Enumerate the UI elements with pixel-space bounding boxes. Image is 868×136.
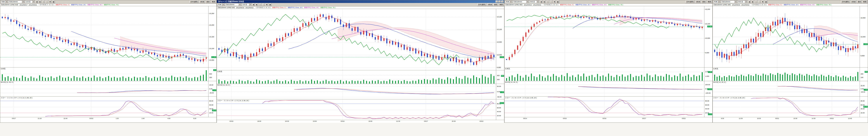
stochastic-pane-canvas[interactable]: 80.0060.0040.0020.00 <box>217 99 504 120</box>
macd-pane-canvas[interactable]: 25.000.00-25.00 <box>0 81 216 97</box>
combo-interval[interactable]: 12分足▼ <box>25 1 35 3</box>
chart-window-4: 先物▼日経225mini▼60分足▼◀▶＋－✚▦日中(通常)4本値保存検索 日経… <box>713 0 868 123</box>
toolbar-button-2[interactable]: 保存 <box>857 1 862 3</box>
toolbar-button-1[interactable]: 4本値 <box>487 3 493 6</box>
grid-icon[interactable]: ▦ <box>269 3 272 6</box>
combo-interval[interactable]: 60分足▼ <box>738 1 747 3</box>
time-axis-label: 20:30 <box>283 121 291 122</box>
macd-pane-canvas[interactable]: 50.000.00-50.00 <box>217 84 504 99</box>
zoom-in-icon[interactable]: ＋ <box>546 1 549 3</box>
volume-pane-canvas[interactable]: 600300 <box>217 70 504 84</box>
axis-tick-label: 300 <box>497 79 500 81</box>
zoom-in-icon[interactable]: ＋ <box>259 3 261 6</box>
toolbar-button-2[interactable]: 保存 <box>493 3 498 6</box>
axis-tick-label: 10,200 <box>705 8 710 10</box>
chevron-down-icon: ▼ <box>222 3 224 6</box>
macd-pane-canvas[interactable]: 100.000.00-100.00 <box>504 81 712 97</box>
main-chart-pane: 10,25010,20010,15010,10010,05010,060 <box>0 6 216 67</box>
instrument-label: 日経225mini 12/06( 618) <box>1 4 18 6</box>
crosshair-icon[interactable]: ✚ <box>761 1 764 3</box>
time-axis-label: 21:30 <box>394 121 402 122</box>
scroll-right-icon[interactable]: ▶ <box>751 1 754 3</box>
chart-toolbar: 先物▼日経225mini▼12分足▼◀▶＋－✚▦日中(通常)4本値保存検索 <box>217 3 504 6</box>
toolbar-button-2[interactable]: 保存 <box>206 1 211 3</box>
grid-icon[interactable]: ▦ <box>765 1 767 3</box>
scroll-left-icon[interactable]: ◀ <box>252 3 255 6</box>
scroll-right-icon[interactable]: ▶ <box>543 1 546 3</box>
axis-tick-label: 10,100 <box>497 29 502 30</box>
scroll-left-icon[interactable]: ◀ <box>35 1 38 3</box>
chevron-down-icon: ▼ <box>718 1 720 3</box>
scroll-left-icon[interactable]: ◀ <box>748 1 751 3</box>
last-value-badge: 22.40 <box>708 114 712 115</box>
axis-tick-label: 500 <box>209 73 212 75</box>
combo-value: 日経225mini <box>513 1 522 3</box>
axis-tick-label: 60.00 <box>497 107 501 109</box>
main-chart-pane-canvas[interactable]: 10,05010,0009,950 <box>713 6 868 67</box>
window-titlebar[interactable]: 【チャート】日経225mini 12分足 − □ × <box>217 0 504 3</box>
main-chart-pane-canvas[interactable]: 10,15010,10010,05010,0009,950 <box>217 9 504 70</box>
scroll-left-icon[interactable]: ◀ <box>540 1 542 3</box>
toolbar-button-2[interactable]: 保存 <box>702 1 706 3</box>
axis-tick-label: 25.00 <box>861 85 865 87</box>
volume-pane-canvas[interactable]: 200100 <box>713 67 868 81</box>
grid-icon[interactable]: ▦ <box>556 1 559 3</box>
maximize-button[interactable]: □ <box>498 1 501 3</box>
zoom-out-icon[interactable]: － <box>758 1 761 3</box>
toolbar-button-0[interactable]: 日中(通常) <box>477 3 487 6</box>
toolbar-button-0[interactable]: 日中(通常) <box>190 1 199 3</box>
macd-pane-canvas[interactable]: 25.000.00-25.00 <box>713 81 868 97</box>
toolbar-button-3[interactable]: 検索 <box>862 1 867 3</box>
time-axis-label: 03/22 <box>680 118 688 119</box>
toolbar-button-1[interactable]: 4本値 <box>850 1 857 3</box>
stochastic-pane-canvas[interactable]: 80.0060.0040.0020.00 <box>504 97 712 117</box>
main-chart-pane: 10,05010,0009,9509,980 <box>713 6 868 67</box>
combo-interval[interactable]: 12分足▼ <box>242 3 251 6</box>
axis-tick-label: 200 <box>861 73 863 75</box>
zoom-out-icon[interactable]: － <box>550 1 553 3</box>
combo-market[interactable]: 先物▼ <box>217 3 224 6</box>
close-button[interactable]: × <box>501 1 504 3</box>
toolbar-button-0[interactable]: 日中(通常) <box>685 1 694 3</box>
zoom-in-icon[interactable]: ＋ <box>754 1 757 3</box>
combo-interval[interactable]: 30分足▼ <box>529 1 539 3</box>
crosshair-icon[interactable]: ✚ <box>553 1 556 3</box>
combo-market[interactable]: 先物▼ <box>505 1 512 3</box>
toolbar-button-3[interactable]: 検索 <box>211 1 216 3</box>
combo-symbol[interactable]: 日経225mini▼ <box>8 1 25 3</box>
crosshair-icon[interactable]: ✚ <box>266 3 268 6</box>
combo-symbol[interactable]: 日経225mini▼ <box>225 3 241 6</box>
toolbar-button-3[interactable]: 検索 <box>707 1 712 3</box>
combo-market[interactable]: 先物▼ <box>1 1 8 3</box>
volume-pane-canvas[interactable]: 2,0001,000 <box>504 67 712 81</box>
zoom-in-icon[interactable]: ＋ <box>42 1 45 3</box>
main-chart-pane-canvas[interactable]: 10,25010,20010,15010,10010,050 <box>0 6 216 67</box>
volume-pane-canvas[interactable]: 500250 <box>0 67 216 81</box>
stochastic-pane: 80.0060.0040.0020.00スロー・ストキャスティクス( 14, 3… <box>217 99 504 120</box>
zoom-out-icon[interactable]: － <box>262 3 265 6</box>
axis-tick-label: 20.00 <box>861 112 865 114</box>
crosshair-icon[interactable]: ✚ <box>49 1 52 3</box>
scroll-right-icon[interactable]: ▶ <box>39 1 41 3</box>
grid-icon[interactable]: ▦ <box>52 1 55 3</box>
combo-symbol[interactable]: 日経225mini▼ <box>513 1 529 3</box>
stochastic-pane-canvas[interactable]: 80.0060.0040.0020.00 <box>713 97 868 117</box>
time-axis-label: 03/16 <box>339 121 346 122</box>
combo-market[interactable]: 先物▼ <box>713 1 720 3</box>
time-axis-label: 03/15 <box>227 121 235 122</box>
zoom-out-icon[interactable]: － <box>45 1 48 3</box>
main-chart-pane-canvas[interactable]: 10,20010,10010,0009,900 <box>504 6 712 67</box>
axis-tick-label: 10,250 <box>209 13 214 14</box>
stochastic-pane-canvas[interactable]: 80.0060.0040.0020.00 <box>0 97 216 117</box>
combo-symbol[interactable]: 日経225mini▼ <box>721 1 737 3</box>
instrument-label: 日経225mini 12/06( 618) <box>218 6 235 9</box>
axis-tick-label: -50.00 <box>497 96 501 98</box>
toolbar-button-1[interactable]: 4本値 <box>695 1 701 3</box>
scroll-right-icon[interactable]: ▶ <box>255 3 258 6</box>
macd-pane: 25.000.00-25.00MACD( 12, 26, 9 )-5.20 <box>0 81 216 96</box>
minimize-button[interactable]: − <box>496 1 498 3</box>
toolbar-button-1[interactable]: 4本値 <box>199 1 205 3</box>
time-axis-label: 03/15 <box>561 118 568 119</box>
toolbar-button-0[interactable]: 日中(通常) <box>841 1 850 3</box>
toolbar-button-3[interactable]: 検索 <box>499 3 504 6</box>
